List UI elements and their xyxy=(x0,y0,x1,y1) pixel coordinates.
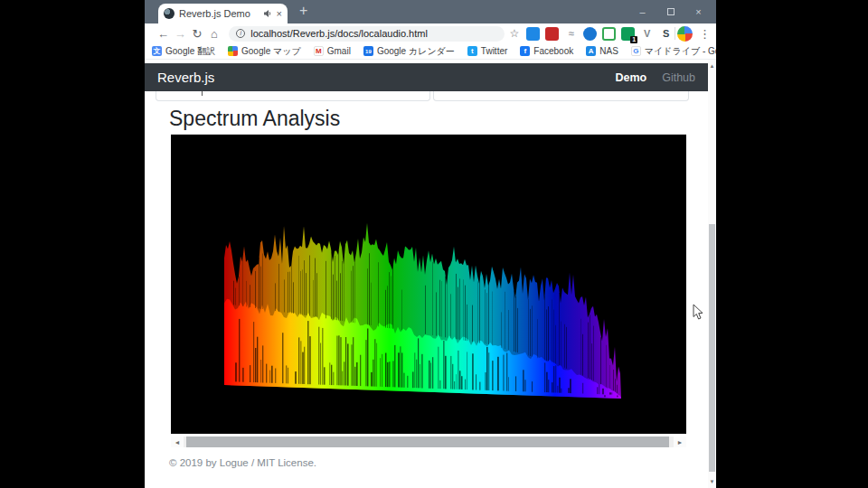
bookmark-item[interactable]: tTwitter xyxy=(467,46,507,56)
browser-tab[interactable]: Reverb.js Demo × xyxy=(158,4,288,23)
screenshot-stage: Reverb.js Demo × + – × ← → ↻ ⌂ i localho… xyxy=(0,0,868,488)
url-text[interactable]: localhost/Reverb.js/docs/localaudio.html xyxy=(250,28,428,39)
bookmark-item[interactable]: 文Google 翻訳 xyxy=(152,45,215,58)
nav-link-github[interactable]: Github xyxy=(662,71,695,84)
spectrum-canvas[interactable] xyxy=(171,134,686,434)
chrome-menu-icon[interactable]: ⋮ xyxy=(699,27,711,41)
site-navbar: Reverb.js Demo Github xyxy=(145,63,708,91)
translate-icon: 文 xyxy=(152,46,162,56)
vertical-scroll-thumb[interactable] xyxy=(709,224,715,472)
mouse-cursor xyxy=(693,304,703,320)
bookmark-label: Google 翻訳 xyxy=(165,45,215,58)
bookmark-item[interactable]: ANAS xyxy=(586,46,618,56)
browser-toolbar: ← → ↻ ⌂ i localhost/Reverb.js/docs/local… xyxy=(145,23,716,43)
bookmarks-bar: 文Google 翻訳Google マップMGmail19Google カレンダー… xyxy=(145,43,716,60)
tab-favicon-icon xyxy=(164,8,175,19)
scroll-up-icon[interactable]: ▲ xyxy=(708,63,716,69)
maps-icon xyxy=(228,46,238,56)
spectrum-svg xyxy=(171,135,686,434)
bookmark-item[interactable]: Gマイドライブ - Google... xyxy=(631,45,716,58)
ext-s[interactable]: S xyxy=(659,27,673,41)
maximize-icon xyxy=(667,8,675,15)
back-icon[interactable]: ← xyxy=(155,28,172,40)
browser-window: Reverb.js Demo × + – × ← → ↻ ⌂ i localho… xyxy=(145,0,716,488)
home-icon[interactable]: ⌂ xyxy=(205,28,222,40)
page-info-icon[interactable]: i xyxy=(236,29,245,38)
ext-green-badged[interactable]: 1 xyxy=(621,27,635,41)
ext-v[interactable]: V xyxy=(640,27,654,41)
bookmark-label: マイドライブ - Google... xyxy=(645,45,716,58)
new-tab-button[interactable]: + xyxy=(299,3,307,19)
bookmark-item[interactable]: Google マップ xyxy=(228,45,301,58)
site-nav-links: Demo Github xyxy=(615,71,695,84)
slider-tick xyxy=(202,91,203,96)
ext-green-frame[interactable] xyxy=(602,27,616,41)
maximize-button[interactable] xyxy=(656,0,684,23)
tab-title: Reverb.js Demo xyxy=(179,8,259,19)
horizontal-scrollbar[interactable]: ◄ ► xyxy=(171,436,686,447)
bookmark-label: NAS xyxy=(599,46,618,56)
minimize-button[interactable]: – xyxy=(628,0,656,23)
ext-red-app[interactable] xyxy=(545,27,559,41)
close-button[interactable]: × xyxy=(684,0,712,23)
scroll-down-icon[interactable]: ▼ xyxy=(708,479,716,484)
bookmark-label: Google カレンダー xyxy=(377,45,455,58)
tab-audio-icon[interactable] xyxy=(263,9,272,18)
site-brand[interactable]: Reverb.js xyxy=(157,70,214,85)
ext-waves[interactable]: ≈ xyxy=(564,27,578,41)
card-stub-right xyxy=(433,91,689,101)
scroll-left-icon[interactable]: ◄ xyxy=(171,436,184,447)
bookmark-label: Facebook xyxy=(533,46,573,56)
google-drive-icon: G xyxy=(631,46,641,56)
card-stub-left xyxy=(156,91,430,101)
vertical-scrollbar[interactable]: ▲ ▼ xyxy=(708,60,716,488)
gmail-icon: M xyxy=(314,46,324,56)
toolbar-divider xyxy=(675,27,675,40)
nas-icon: A xyxy=(586,46,596,56)
bookmark-star-icon[interactable]: ☆ xyxy=(509,27,519,40)
calendar-icon: 19 xyxy=(363,46,373,56)
footer-text: © 2019 by Logue / MIT License. xyxy=(169,457,316,468)
nav-link-demo[interactable]: Demo xyxy=(615,71,646,84)
bookmark-label: Twitter xyxy=(481,46,507,56)
facebook-icon: f xyxy=(520,46,530,56)
profile-avatar[interactable] xyxy=(677,26,693,42)
twitter-icon: t xyxy=(467,46,477,56)
page-content: Reverb.js Demo Github Spectrum Analysis xyxy=(145,60,708,488)
bookmark-item[interactable]: 19Google カレンダー xyxy=(363,45,455,58)
reload-icon[interactable]: ↻ xyxy=(189,28,206,40)
page-title: Spectrum Analysis xyxy=(169,107,340,131)
bookmark-label: Google マップ xyxy=(241,45,301,58)
window-controls: – × xyxy=(628,0,712,23)
horizontal-scroll-thumb[interactable] xyxy=(186,436,669,447)
browser-titlebar: Reverb.js Demo × + – × xyxy=(145,0,716,23)
ext-blue-circle[interactable] xyxy=(583,27,597,41)
forward-icon: → xyxy=(172,28,189,40)
bookmark-item[interactable]: fFacebook xyxy=(520,46,573,56)
tab-close-icon[interactable]: × xyxy=(277,9,282,19)
bookmark-label: Gmail xyxy=(327,46,351,56)
extension-badge: 1 xyxy=(630,36,637,43)
ext-blue-box[interactable] xyxy=(526,27,540,41)
bookmark-item[interactable]: MGmail xyxy=(314,46,351,56)
scroll-right-icon[interactable]: ► xyxy=(674,436,686,447)
url-bar[interactable]: i localhost/Reverb.js/docs/localaudio.ht… xyxy=(229,26,505,42)
horizontal-scroll-track[interactable] xyxy=(184,436,674,447)
extensions-row: ≈1VS xyxy=(526,27,673,41)
